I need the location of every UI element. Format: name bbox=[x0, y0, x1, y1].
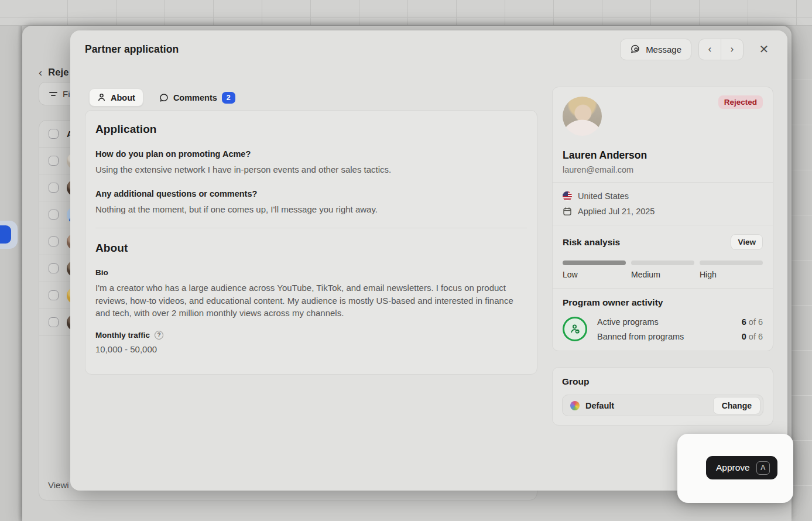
group-row: Default Change bbox=[562, 395, 763, 416]
risk-analysis-section: Risk analysis View Low Medium High bbox=[553, 225, 773, 288]
approve-label: Approve bbox=[716, 462, 750, 473]
message-button[interactable]: Message bbox=[620, 39, 691, 60]
question-text: Any additional questions or comments? bbox=[95, 189, 527, 198]
risk-label-low: Low bbox=[563, 270, 626, 279]
risk-meter bbox=[563, 260, 763, 265]
risk-label-high: High bbox=[700, 270, 763, 279]
activity-label: Active programs bbox=[597, 317, 659, 327]
row-checkbox[interactable] bbox=[49, 210, 59, 220]
approve-panel: Approve A bbox=[677, 434, 793, 503]
group-value: Default bbox=[585, 401, 614, 410]
application-card: Application How do you plan on promoting… bbox=[85, 110, 537, 375]
back-nav[interactable]: ‹ Reje bbox=[39, 67, 69, 78]
program-activity-section: Program owner activity Active programs bbox=[553, 288, 773, 350]
profile-meta-section: United States Applied Jul 21, 2025 bbox=[553, 182, 773, 225]
modal-header: Partner application Message ‹ › ✕ bbox=[70, 30, 787, 68]
sidebar-widget-button[interactable] bbox=[0, 225, 11, 244]
tab-comments-label: Comments bbox=[173, 93, 217, 102]
chevron-left-icon: ‹ bbox=[708, 44, 711, 54]
activity-suffix: of 6 bbox=[749, 332, 763, 341]
select-all-checkbox[interactable] bbox=[49, 129, 59, 139]
risk-label-medium: Medium bbox=[631, 270, 694, 279]
close-icon: ✕ bbox=[759, 42, 769, 56]
background-grid-top bbox=[0, 0, 812, 26]
us-flag-icon bbox=[563, 191, 572, 201]
applied-date-label: Applied Jul 21, 2025 bbox=[578, 207, 655, 216]
tab-about-label: About bbox=[111, 93, 135, 102]
approve-button[interactable]: Approve A bbox=[706, 456, 777, 479]
message-label: Message bbox=[646, 44, 681, 54]
viewing-status: Viewi bbox=[48, 480, 69, 490]
row-checkbox[interactable] bbox=[49, 290, 59, 300]
row-checkbox[interactable] bbox=[49, 156, 59, 166]
row-checkbox[interactable] bbox=[49, 183, 59, 193]
modal-title: Partner application bbox=[85, 43, 179, 56]
group-card: Group Default Change bbox=[552, 367, 773, 426]
calendar-icon bbox=[563, 207, 572, 216]
back-chevron-icon: ‹ bbox=[39, 67, 42, 78]
help-icon[interactable]: ? bbox=[155, 331, 163, 340]
answer-text: Nothing at the moment, but if one comes … bbox=[95, 203, 527, 215]
tab-bar: About Comments 2 bbox=[89, 88, 243, 107]
profile-identity-section: Rejected Lauren Anderson lauren@email.co… bbox=[553, 87, 773, 182]
risk-bar-low bbox=[563, 260, 626, 265]
group-change-button[interactable]: Change bbox=[713, 397, 760, 414]
row-checkbox[interactable] bbox=[49, 317, 59, 327]
activity-value: 0 bbox=[742, 332, 746, 341]
back-label: Reje bbox=[48, 67, 68, 78]
activity-row: Active programs 6 of 6 bbox=[597, 317, 763, 327]
comment-bubble-icon bbox=[159, 93, 169, 102]
risk-bar-medium bbox=[631, 260, 694, 265]
person-check-icon bbox=[563, 317, 587, 341]
profile-name: Lauren Anderson bbox=[563, 149, 763, 162]
profile-avatar bbox=[563, 97, 602, 136]
monthly-traffic-value: 10,000 - 50,000 bbox=[95, 344, 527, 354]
previous-button[interactable]: ‹ bbox=[699, 39, 721, 60]
tab-comments[interactable]: Comments 2 bbox=[152, 88, 243, 107]
partner-application-modal: Partner application Message ‹ › ✕ bbox=[70, 30, 787, 491]
activity-row: Banned from programs 0 of 6 bbox=[597, 332, 763, 341]
section-divider bbox=[95, 228, 527, 228]
risk-view-button[interactable]: View bbox=[731, 234, 763, 250]
next-button[interactable]: › bbox=[721, 39, 743, 60]
program-activity-title: Program owner activity bbox=[563, 297, 763, 308]
comments-count-badge: 2 bbox=[222, 92, 235, 104]
monthly-traffic-label: Monthly traffic bbox=[95, 331, 150, 340]
about-heading: About bbox=[95, 242, 527, 255]
country-label: United States bbox=[578, 191, 629, 201]
filter-icon bbox=[49, 92, 57, 96]
risk-analysis-title: Risk analysis bbox=[563, 237, 620, 248]
activity-value: 6 bbox=[742, 317, 746, 327]
group-title: Group bbox=[562, 376, 763, 387]
chevron-right-icon: › bbox=[731, 44, 734, 54]
prev-next-control: ‹ › bbox=[698, 39, 744, 60]
risk-bar-high bbox=[700, 260, 763, 265]
tab-about[interactable]: About bbox=[89, 88, 143, 107]
close-button[interactable]: ✕ bbox=[755, 40, 773, 58]
row-checkbox[interactable] bbox=[49, 263, 59, 273]
activity-label: Banned from programs bbox=[597, 332, 684, 341]
group-color-icon bbox=[570, 401, 580, 410]
filter-label: Fi bbox=[63, 89, 70, 99]
status-badge: Rejected bbox=[718, 95, 763, 109]
answer-text: Using the extensive network I have in-pe… bbox=[95, 163, 527, 176]
person-icon bbox=[97, 93, 106, 102]
activity-suffix: of 6 bbox=[749, 317, 763, 327]
screen: ‹ Reje Fi A Viewi Partner application bbox=[0, 0, 812, 521]
bio-text: I'm a creator who has a large audience a… bbox=[95, 282, 523, 320]
application-heading: Application bbox=[95, 123, 527, 136]
row-checkbox[interactable] bbox=[49, 236, 59, 246]
window-edge-shadow bbox=[18, 26, 22, 521]
bio-label: Bio bbox=[95, 268, 527, 277]
keyboard-shortcut-badge: A bbox=[756, 461, 770, 475]
question-text: How do you plan on promoting Acme? bbox=[95, 149, 527, 159]
profile-card: Rejected Lauren Anderson lauren@email.co… bbox=[552, 87, 773, 351]
message-icon bbox=[630, 44, 640, 54]
profile-email: lauren@email.com bbox=[563, 165, 763, 174]
